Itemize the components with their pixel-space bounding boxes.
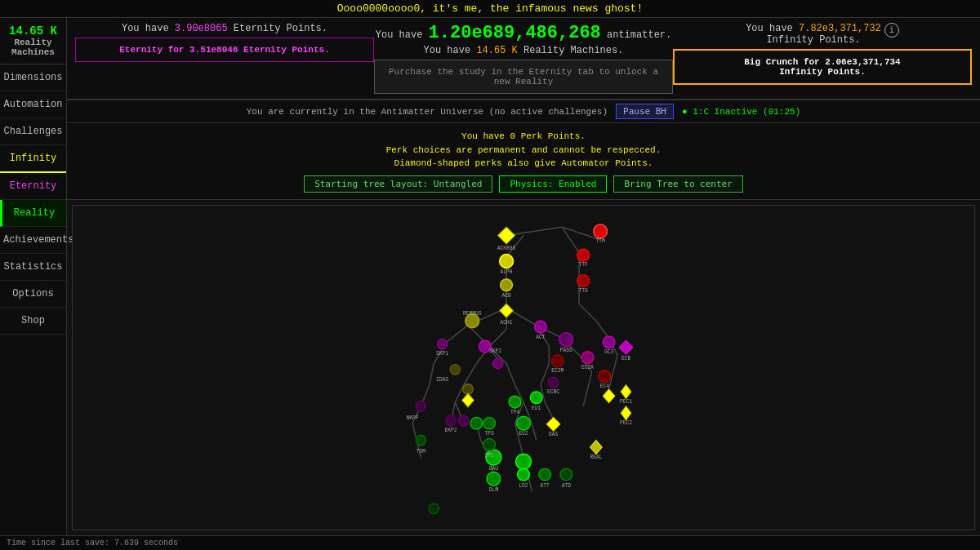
perk-node-pass[interactable] [559,332,573,346]
svg-line-10 [447,325,468,342]
svg-text:ATT: ATT [541,483,550,489]
perk-node-ida[interactable] [603,388,615,402]
perk-node-nkp4[interactable] [416,401,426,411]
perk-node-ecb-diamond[interactable] [619,340,633,354]
perk-node-ttm[interactable] [594,224,608,238]
perk-node-idas[interactable] [450,364,461,375]
svg-line-53 [613,355,617,372]
perk-node-tp5[interactable] [483,438,496,450]
perk-node-tom[interactable] [416,435,426,446]
svg-text:ACH1: ACH1 [501,320,513,326]
perk-node-ach1[interactable] [500,304,514,317]
sidebar-item-achievements[interactable]: Achievements [0,227,66,254]
perk-node-tp3[interactable] [483,417,496,429]
svg-text:ALPH: ALPH [501,268,513,274]
center-tree-button[interactable]: Bring Tree to center [613,175,742,193]
perk-node-ec2m[interactable] [552,355,564,367]
physics-button[interactable]: Physics: Enabled [499,175,607,193]
perk-tree-svg: ACH888 ALPH ACB ACH1 TTM TTF TTG REMMU [73,206,974,530]
perk-node-ecbc[interactable] [548,377,559,388]
svg-line-12 [430,363,434,384]
ep-value: 3.90e8065 [175,23,228,34]
perk-node-dlm[interactable] [487,472,501,486]
layout-button[interactable]: Starting tree layout: Untangled [304,175,492,193]
perk-node-skp1[interactable] [437,339,448,349]
rm-value: 14.65 K [3,24,63,38]
svg-text:GC3: GC3 [604,348,614,354]
svg-text:ECBC: ECBC [547,389,559,395]
news-ticker: Oooo0000oooo0, it's me, the infamous new… [0,0,980,18]
svg-text:DAS: DAS [549,432,559,437]
svg-text:ACB: ACB [501,292,511,298]
svg-text:TP3: TP3 [485,431,495,437]
sidebar-item-infinity[interactable]: Infinity [0,145,66,173]
perk-node-pec2[interactable] [621,406,631,419]
svg-text:PEC2: PEC2 [620,419,632,425]
perk-node-atd[interactable] [560,468,572,481]
perk-node-ld2[interactable] [518,468,530,481]
svg-text:EC2K: EC2K [581,364,594,370]
sidebar-item-challenges[interactable]: Challenges [0,118,66,145]
perk-node-bottom1[interactable] [429,503,439,514]
perk-node-tp4[interactable] [509,396,521,408]
pause-bh-button[interactable]: Pause BH [616,104,674,119]
study-button[interactable]: Purchase the study in the Eternity tab t… [374,60,673,94]
perk-node-diam-shape[interactable] [462,393,474,407]
perk-node-ekp3[interactable] [459,415,470,426]
sidebar-item-dimensions[interactable]: Dimensions [0,64,66,91]
perk-node-ekp2[interactable] [446,415,457,426]
info-icon[interactable]: i [884,23,899,38]
universe-status: You are currently in the Antimatter Univ… [247,107,608,117]
status-bar: You are currently in the Antimatter Univ… [67,100,980,123]
perk-node-real[interactable] [590,440,603,454]
svg-text:REAL: REAL [590,454,602,459]
perk-node-eu1[interactable] [530,392,542,404]
sidebar-item-statistics[interactable]: Statistics [0,254,66,281]
perk-node-ttf[interactable] [577,249,590,261]
perk-node-ttg[interactable] [577,274,590,286]
perk-node-act[interactable] [535,321,547,333]
perk-node-eu2[interactable] [517,416,531,430]
sidebar-item-options[interactable]: Options [0,281,66,308]
perk-node-ec2k[interactable] [581,351,594,363]
perk-node-alpha[interactable] [500,254,514,268]
svg-text:IDAS: IDAS [436,377,448,383]
eternity-points-block: You have 3.90e8065 Eternity Points. Eter… [75,23,374,94]
sidebar-item-eternity[interactable]: Eternity [0,173,66,200]
svg-text:ECB: ECB [621,356,631,361]
svg-line-17 [489,329,506,346]
perk-tree-container[interactable]: ACH888 ALPH ACB ACH1 TTM TTF TTG REMMU [72,205,975,531]
eternity-button[interactable]: Eternity for 3.51e8046 Eternity Points. [75,38,374,62]
svg-line-20 [506,363,514,384]
perk-node-gc3[interactable] [603,336,615,348]
svg-line-37 [587,371,591,388]
perk-node-ec4[interactable] [599,370,611,382]
sidebar-item-shop[interactable]: Shop [0,308,66,335]
svg-line-34 [541,363,549,384]
perk-node-das[interactable] [546,417,560,431]
antimatter-row: You have 1.20e689,486,268 antimatter. [374,23,673,43]
perk-node-ach[interactable] [498,227,515,244]
ip-value: 7.82e3,371,732 [799,23,881,34]
svg-text:TOM: TOM [416,449,426,455]
news-message: Oooo0000oooo0, it's me, the infamous new… [337,2,643,15]
perk-node-att[interactable] [539,468,551,481]
perk-node-pec1[interactable] [621,384,631,398]
svg-text:SKP2: SKP2 [489,348,501,353]
perk-node-acb[interactable] [501,278,513,291]
big-crunch-button[interactable]: Big Crunch for 2.06e3,371,734 Infinity P… [673,49,972,85]
bottom-bar: Time since last save: 7.639 seconds [0,535,980,550]
sidebar-item-automation[interactable]: Automation [0,91,66,118]
sidebar-item-reality[interactable]: Reality [0,200,66,227]
svg-text:DLM: DLM [489,487,499,493]
perk-node-ld1[interactable] [516,454,532,469]
perk-node-diam[interactable] [463,384,474,394]
perk-count: 0 [510,131,515,141]
perk-node-xep[interactable] [492,358,503,369]
svg-text:PASS: PASS [560,347,572,353]
perk-text: You have 0 Perk Points. Perk choices are… [75,130,972,171]
perk-node-ecbp[interactable] [470,417,483,429]
svg-text:TP5: TP5 [485,452,495,458]
svg-text:EU1: EU1 [532,406,541,411]
svg-text:NKPP: NKPP [406,415,418,420]
